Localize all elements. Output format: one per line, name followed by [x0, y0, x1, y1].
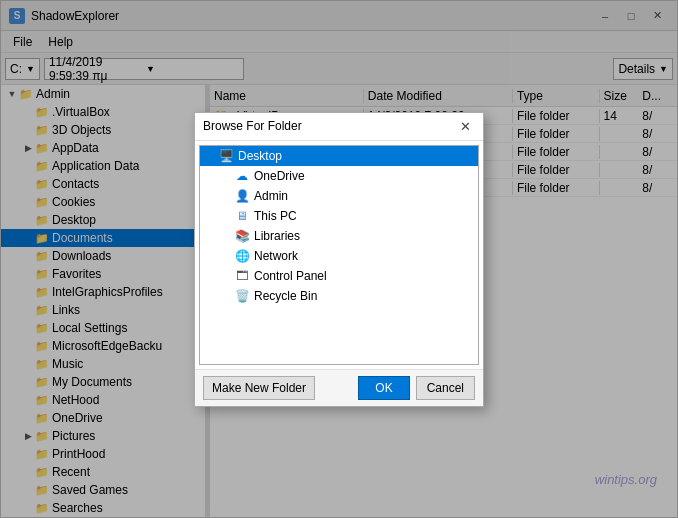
dialog-title-bar: Browse For Folder ✕ [195, 113, 483, 141]
dialog-overlay: Browse For Folder ✕ ▶ 🖥️ Desktop ▶ ☁ [1, 1, 677, 517]
dialog-tree-item-libraries[interactable]: ▶ 📚 Libraries [200, 226, 478, 246]
ok-button[interactable]: OK [358, 376, 409, 400]
dialog-tree-item-desktop[interactable]: ▶ 🖥️ Desktop [200, 146, 478, 166]
computer-icon: 🖥 [234, 208, 250, 224]
cancel-button[interactable]: Cancel [416, 376, 475, 400]
onedrive-icon: ☁ [234, 168, 250, 184]
browse-folder-dialog: Browse For Folder ✕ ▶ 🖥️ Desktop ▶ ☁ [194, 112, 484, 407]
dialog-tree-item-thispc[interactable]: ▶ 🖥 This PC [200, 206, 478, 226]
dialog-tree-item-recyclebin[interactable]: ▶ 🗑️ Recycle Bin [200, 286, 478, 306]
controlpanel-icon: 🗔 [234, 268, 250, 284]
main-window: S ShadowExplorer – □ ✕ File Help C: ▼ 11… [0, 0, 678, 518]
dialog-item-label: Control Panel [254, 269, 327, 283]
dialog-item-label: This PC [254, 209, 297, 223]
dialog-item-label: Desktop [238, 149, 282, 163]
dialog-tree-item-onedrive[interactable]: ▶ ☁ OneDrive [200, 166, 478, 186]
dialog-tree-item-admin[interactable]: ▶ 👤 Admin [200, 186, 478, 206]
dialog-tree-item-controlpanel[interactable]: ▶ 🗔 Control Panel [200, 266, 478, 286]
dialog-content: ▶ 🖥️ Desktop ▶ ☁ OneDrive ▶ 👤 Admi [195, 141, 483, 369]
library-icon: 📚 [234, 228, 250, 244]
dialog-item-label: OneDrive [254, 169, 305, 183]
desktop-icon: 🖥️ [218, 148, 234, 164]
network-icon: 🌐 [234, 248, 250, 264]
dialog-item-label: Libraries [254, 229, 300, 243]
dialog-item-label: Network [254, 249, 298, 263]
dialog-title-text: Browse For Folder [203, 119, 455, 133]
dialog-item-label: Recycle Bin [254, 289, 317, 303]
make-new-folder-button[interactable]: Make New Folder [203, 376, 315, 400]
recyclebin-icon: 🗑️ [234, 288, 250, 304]
dialog-folder-tree: ▶ 🖥️ Desktop ▶ ☁ OneDrive ▶ 👤 Admi [199, 145, 479, 365]
dialog-close-button[interactable]: ✕ [455, 116, 475, 136]
dialog-tree-item-network[interactable]: ▶ 🌐 Network [200, 246, 478, 266]
dialog-item-label: Admin [254, 189, 288, 203]
dialog-buttons: Make New Folder OK Cancel [195, 369, 483, 406]
user-icon: 👤 [234, 188, 250, 204]
